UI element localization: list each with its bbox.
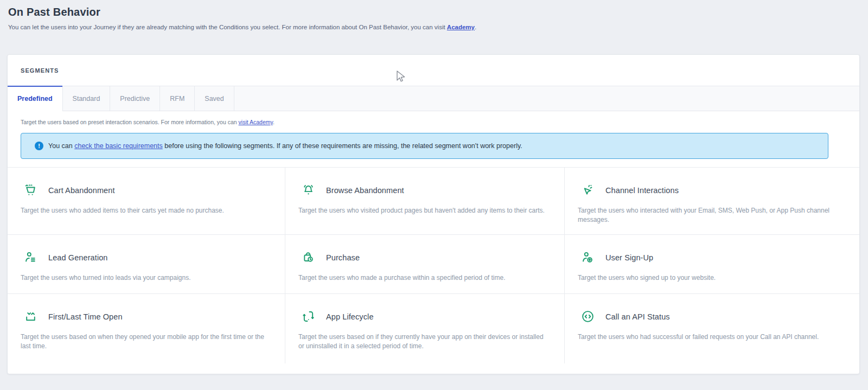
segment-cards-grid: Cart Abandonment Target the users who ad… — [8, 167, 859, 363]
card-description: Target the users who had successful or f… — [578, 333, 830, 342]
card-title: Lead Generation — [48, 253, 108, 262]
cursor-click-icon — [580, 183, 595, 197]
info-banner-text: You can check the basic requirements bef… — [48, 142, 522, 150]
academy-link[interactable]: Academy — [447, 24, 475, 30]
tab-rfm-label: RFM — [170, 95, 184, 103]
cart-icon — [23, 183, 38, 197]
card-app-lifecycle[interactable]: App Lifecycle Target the users based on … — [285, 293, 565, 363]
card-description: Target the users who signed up to your w… — [578, 273, 830, 283]
tab-content-intro: Target the users based on preset interac… — [8, 111, 859, 159]
bell-icon — [301, 183, 316, 197]
visit-academy-link[interactable]: visit Academy — [239, 119, 273, 125]
card-browse-abandonment[interactable]: Browse Abandonment Target the users who … — [285, 167, 565, 234]
card-first-last-time-open[interactable]: First/Last Time Open Target the users ba… — [8, 293, 285, 363]
card-title: App Lifecycle — [326, 312, 374, 321]
card-title: Browse Abandonment — [326, 186, 404, 195]
card-head: Purchase — [301, 250, 548, 265]
page-title: On Past Behavior — [8, 6, 859, 18]
segments-panel-header: SEGMENTS — [8, 55, 859, 86]
card-head: App Lifecycle — [301, 309, 548, 324]
page-header: On Past Behavior You can let the users i… — [0, 0, 868, 30]
segments-panel: SEGMENTS Predefined Standard Predictive … — [7, 54, 860, 374]
tab-predictive[interactable]: Predictive — [110, 86, 160, 111]
lead-person-icon — [23, 250, 38, 265]
card-title: Cart Abandonment — [48, 186, 115, 195]
tab-predictive-label: Predictive — [120, 95, 150, 103]
tab-description-period: . — [273, 119, 275, 125]
tab-saved-label: Saved — [205, 95, 224, 103]
card-head: Call an API Status — [580, 309, 843, 324]
check-basic-requirements-link[interactable]: check the basic requirements — [74, 142, 163, 150]
app-lifecycle-icon — [301, 309, 316, 324]
card-purchase[interactable]: Purchase Target the users who made a pur… — [285, 234, 565, 293]
card-description: Target the users who turned into leads v… — [21, 273, 269, 283]
card-user-sign-up[interactable]: User Sign-Up Target the users who signed… — [565, 234, 859, 293]
page-description-text: You can let the users into your Journey … — [8, 24, 447, 30]
card-description: Target the users who interacted with you… — [578, 206, 830, 225]
card-title: User Sign-Up — [605, 253, 653, 262]
card-title: Purchase — [326, 253, 360, 262]
purchase-bag-clock-icon — [301, 250, 316, 265]
tab-rfm[interactable]: RFM — [160, 86, 195, 111]
card-channel-interactions[interactable]: Channel Interactions Target the users wh… — [565, 167, 859, 234]
tab-description: Target the users based on preset interac… — [21, 119, 846, 125]
tab-saved[interactable]: Saved — [195, 86, 234, 111]
page-description-period: . — [475, 24, 476, 30]
info-banner-suffix: before using the following segments. If … — [163, 142, 522, 150]
tab-bar-filler — [234, 86, 859, 111]
card-head: Cart Abandonment — [23, 183, 269, 197]
page-description: You can let the users into your Journey … — [8, 24, 859, 30]
card-description: Target the users based on when they open… — [21, 333, 269, 351]
user-plus-icon — [580, 250, 595, 265]
card-call-an-api-status[interactable]: Call an API Status Target the users who … — [565, 293, 859, 363]
code-circle-icon — [580, 309, 595, 324]
card-head: Browse Abandonment — [301, 183, 548, 197]
tab-standard[interactable]: Standard — [63, 86, 111, 111]
tab-predefined[interactable]: Predefined — [8, 86, 63, 111]
info-exclamation-icon: ! — [35, 142, 43, 150]
tab-description-text: Target the users based on preset interac… — [21, 119, 239, 125]
info-banner-prefix: You can — [48, 142, 74, 150]
card-head: First/Last Time Open — [23, 309, 269, 324]
card-cart-abandonment[interactable]: Cart Abandonment Target the users who ad… — [8, 167, 285, 234]
card-description: Target the users based on if they curren… — [298, 333, 548, 351]
info-banner: ! You can check the basic requirements b… — [21, 133, 828, 159]
tab-standard-label: Standard — [73, 95, 100, 103]
segments-label: SEGMENTS — [21, 67, 59, 74]
tab-predefined-label: Predefined — [17, 95, 53, 103]
card-lead-generation[interactable]: Lead Generation Target the users who tur… — [8, 234, 285, 293]
segments-tab-bar: Predefined Standard Predictive RFM Saved — [8, 86, 859, 111]
card-title: Call an API Status — [605, 312, 670, 321]
card-head: Channel Interactions — [580, 183, 843, 197]
card-title: Channel Interactions — [605, 186, 679, 195]
card-description: Target the users who visited product pag… — [298, 206, 548, 215]
card-title: First/Last Time Open — [48, 312, 123, 321]
card-description: Target the users who added items to thei… — [21, 206, 269, 215]
card-head: Lead Generation — [23, 250, 269, 265]
open-box-icon — [23, 309, 38, 324]
card-head: User Sign-Up — [580, 250, 843, 265]
card-description: Target the users who made a purchase wit… — [298, 273, 548, 283]
